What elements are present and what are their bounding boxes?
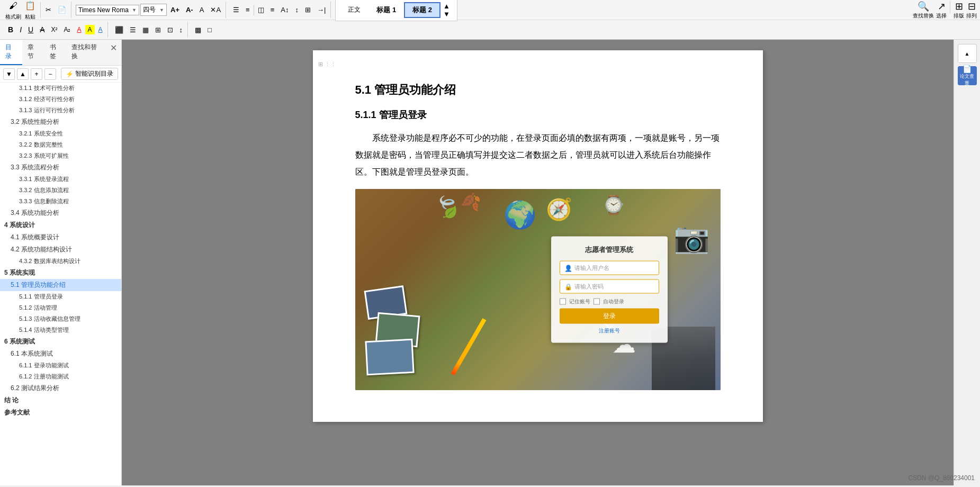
toc-item[interactable]: 4.3.2 数据库表结构设计 (0, 256, 121, 267)
toc-item[interactable]: 5.1 管理员功能介绍 (0, 279, 121, 291)
toc-collapse-btn[interactable]: ▼ (3, 68, 15, 80)
highlight-btn[interactable]: A (85, 25, 95, 34)
toc-item[interactable]: 3.2.1 系统安全性 (0, 128, 121, 139)
toc-item[interactable]: 5 系统实现 (0, 267, 121, 279)
border-style-btn[interactable]: □ (205, 24, 214, 35)
cut-icon[interactable]: ✂ (43, 4, 54, 15)
toc-item[interactable]: 3.3 系统流程分析 (0, 161, 121, 174)
line-spacing-2-btn[interactable]: ↕ (177, 24, 186, 35)
column-icon[interactable]: ⊞ (302, 4, 313, 15)
section-handle[interactable]: ⊞ ⋮⋮ (318, 61, 336, 68)
sidebar-close-btn[interactable]: ✕ (106, 40, 121, 65)
increase-font-icon[interactable]: A+ (168, 4, 182, 15)
toolbar-row2: B I U A X² A₂ A A A ⬛ ☰ ▦ ⊞ ⊡ ↕ ▩ □ (0, 20, 980, 39)
sidebar-tab-chapter[interactable]: 章节 (22, 40, 44, 65)
toc-item[interactable]: 6.1.1 登录功能测试 (0, 360, 121, 371)
indent-icon[interactable]: →| (314, 4, 328, 15)
italic-btn[interactable]: I (17, 24, 24, 35)
line-spacing-icon[interactable]: ↕ (292, 4, 301, 15)
find-replace-btn[interactable]: 🔍 查找替换 (913, 1, 934, 20)
arrange-btn[interactable]: ⊟ 排列 (966, 1, 977, 20)
toc-item[interactable]: 5.1.3 活动收藏信息管理 (0, 313, 121, 324)
toc-item[interactable]: 4.1 系统概要设计 (0, 231, 121, 244)
font-size-selector[interactable]: 四号 ▼ (140, 4, 167, 16)
copy-icon[interactable]: 📄 (55, 4, 69, 15)
smart-toc-btn[interactable]: ⚡ 智能识别目录 (61, 68, 118, 80)
remember-label: 记住账号 (569, 298, 590, 305)
font-color-btn[interactable]: A (75, 24, 84, 35)
sidebar-tab-bookmark[interactable]: 书签 (44, 40, 67, 65)
align-justify-btn[interactable]: ☰ (127, 24, 139, 35)
register-link[interactable]: 注册账号 (560, 327, 659, 335)
findreplace-tab-label: 查找和替换 (71, 43, 97, 60)
shading-btn[interactable]: ▩ (192, 24, 204, 35)
align-right-btn[interactable]: ▦ (140, 24, 151, 35)
bullet-list-icon[interactable]: ☰ (230, 4, 242, 15)
style-expand-icon[interactable]: ▲▼ (440, 1, 453, 20)
toc-item[interactable]: 6.1 本系统测试 (0, 348, 121, 360)
toc-item[interactable]: 6.2 测试结果分析 (0, 382, 121, 394)
sidebar-tab-findreplace[interactable]: 查找和替换 (66, 40, 106, 65)
toc-item[interactable]: 3.1.3 运行可行性分析 (0, 105, 121, 116)
toc-item[interactable]: 5.1.1 管理员登录 (0, 291, 121, 302)
text-direction-icon[interactable]: A↕ (278, 4, 291, 15)
strikethrough-btn[interactable]: A (37, 24, 47, 35)
toc-item[interactable]: 4 系统设计 (0, 219, 121, 231)
font-size-chevron: ▼ (159, 7, 164, 13)
toc-item[interactable]: 3.4 系统功能分析 (0, 207, 121, 219)
password-field[interactable]: 🔒 请输入密码 (560, 279, 659, 294)
style-heading1-btn[interactable]: 标题 1 (368, 3, 404, 17)
login-form-title: 志愿者管理系统 (560, 245, 659, 255)
sidebar-tab-toc[interactable]: 目录 (0, 40, 22, 65)
toc-add-btn[interactable]: + (31, 68, 42, 80)
font-name-chevron: ▼ (132, 7, 137, 13)
toc-item[interactable]: 3.2 系统性能分析 (0, 116, 121, 128)
toc-item[interactable]: 3.1.2 经济可行性分析 (0, 94, 121, 105)
toc-item[interactable]: 5.1.4 活动类型管理 (0, 324, 121, 336)
toc-item[interactable]: 3.2.3 系统可扩展性 (0, 150, 121, 161)
layout-btn[interactable]: ⊞ 排版 (954, 1, 964, 20)
superscript-btn[interactable]: X² (48, 24, 60, 35)
clear-format-icon[interactable]: ✕A (208, 4, 223, 15)
document-area[interactable]: ⊞ ⋮⋮ 5.1 管理员功能介绍 5.1.1 管理员登录 系统登录功能是程序必不… (122, 40, 954, 485)
toc-item[interactable]: 结 论 (0, 394, 121, 407)
toc-item[interactable]: 3.1.1 技术可行性分析 (0, 83, 121, 94)
font-name-selector[interactable]: Times New Roma ▼ (76, 5, 139, 15)
toc-up-btn[interactable]: ▲ (17, 68, 29, 80)
subscript-btn[interactable]: A₂ (61, 24, 73, 35)
toc-item[interactable]: 6.1.2 注册功能测试 (0, 371, 121, 382)
text-style-btn[interactable]: A (96, 24, 105, 35)
toc-item[interactable]: 3.3.2 信息添加流程 (0, 185, 121, 196)
align-left-icon[interactable]: ◫ (255, 4, 267, 15)
scroll-up-btn[interactable]: ▲ (958, 44, 977, 63)
bold-btn[interactable]: B (5, 24, 16, 35)
toc-item[interactable]: 6 系统测试 (0, 336, 121, 348)
toc-item[interactable]: 5.1.2 活动管理 (0, 302, 121, 313)
toc-item[interactable]: 4.2 系统功能结构设计 (0, 244, 121, 256)
username-field[interactable]: 👤 请输入用户名 (560, 261, 659, 275)
numbered-list-icon[interactable]: ≡ (243, 4, 253, 15)
style-heading2-btn[interactable]: 标题 2 (404, 2, 440, 18)
align-center-icon[interactable]: ≡ (268, 4, 277, 15)
paste-icon[interactable]: 📋 (22, 0, 38, 12)
toc-item[interactable]: 3.3.1 系统登录流程 (0, 174, 121, 185)
font-style-icon[interactable]: A (197, 4, 207, 15)
text-format-group: B I U A X² A₂ A A A (3, 22, 108, 38)
underline-btn[interactable]: U (25, 24, 36, 35)
decrease-font-icon[interactable]: A- (183, 4, 196, 15)
autologin-checkbox[interactable] (594, 299, 600, 305)
paper-check-btn[interactable]: 📄 论文查重 (958, 66, 977, 85)
select-btn[interactable]: ↗ 选择 (936, 1, 947, 20)
align-left-btn[interactable]: ⬛ (112, 24, 126, 35)
borders-btn[interactable]: ⊡ (165, 24, 176, 35)
format-brush-icon[interactable]: 🖌 (6, 0, 20, 12)
remember-checkbox[interactable] (560, 299, 566, 305)
toc-item[interactable]: 参考文献 (0, 407, 121, 419)
toc-remove-btn[interactable]: − (44, 68, 56, 80)
toc-item[interactable]: 3.3.3 信息删除流程 (0, 196, 121, 207)
style-normal-btn[interactable]: 正文 (340, 3, 368, 17)
toc-item[interactable]: 3.2.2 数据完整性 (0, 139, 121, 150)
compass-decoration: 🧭 (546, 197, 572, 222)
table-insert-btn[interactable]: ⊞ (152, 24, 164, 35)
login-submit-btn[interactable]: 登录 (560, 309, 659, 324)
